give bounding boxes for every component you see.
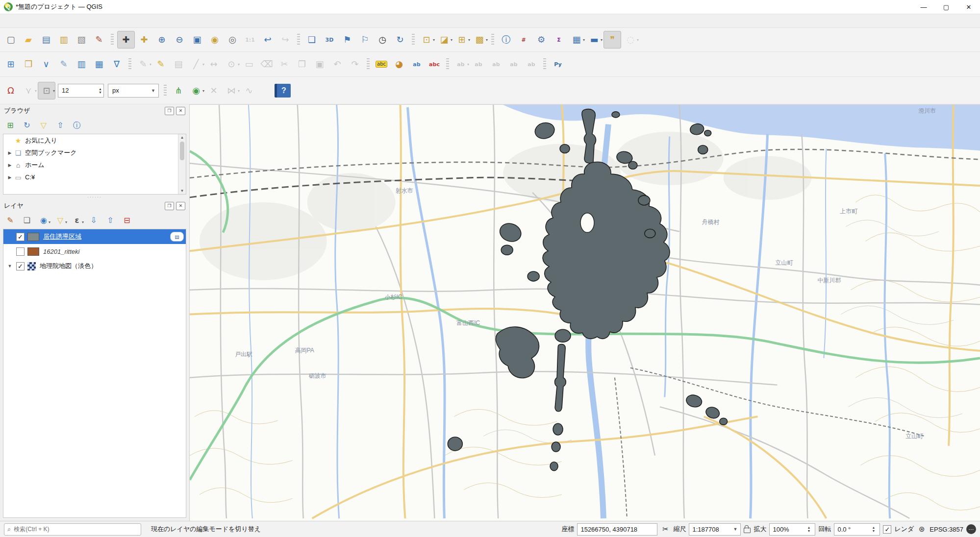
add-group-icon[interactable]: ❏ [20,214,34,227]
add-selected-layers-icon[interactable]: ⊞ [3,119,17,132]
browser-tree-item[interactable]: ▶ ⌂ ホーム [3,159,186,171]
messages-icon[interactable]: ⋯ [966,524,976,534]
menu-item[interactable] [14,19,25,23]
layout-manager-icon[interactable]: ▧ [73,31,90,48]
zoom-in-icon[interactable]: ⊕ [153,31,170,48]
processing-toolbox-icon[interactable]: ⚙ [533,31,550,48]
save-project-icon[interactable]: ▤ [38,31,54,48]
snapping-toggle-icon[interactable]: Ω [2,82,19,99]
new-project-icon[interactable]: ▢ [2,31,19,48]
style-manager-icon[interactable]: ✎ [91,31,107,48]
crs-globe-icon[interactable]: ⊛ [917,525,927,534]
locator-options-icon[interactable]: ◌▾ [622,31,639,48]
snapping-type-icon[interactable]: ⊡▾ [38,82,55,99]
layers-close-button[interactable]: ✕ [176,202,185,210]
coordinate-display-toggle-icon[interactable]: ✂ [660,525,670,534]
pan-to-selection-icon[interactable]: ✚ [136,31,152,48]
new-mesh-layer-icon[interactable]: ▦ [91,56,107,73]
pan-map-icon[interactable]: ✚ [117,31,135,49]
snap-intersection-icon[interactable]: ✕ [205,82,222,99]
new-spatialite-layer-icon[interactable]: ✎ [55,56,72,73]
browser-tree-item[interactable]: ▶ ▭ C:¥ [3,171,186,183]
search-input[interactable] [13,525,141,533]
properties-widget-icon[interactable]: ⓘ [70,119,84,132]
current-edits-icon[interactable]: ✎▾ [135,56,151,73]
copy-features-icon[interactable]: ❐ [294,56,310,73]
help-button[interactable]: ? [275,84,291,98]
show-hide-labels-icon[interactable]: ab▾ [452,56,469,73]
filter-expression-icon[interactable]: ε▾ [70,214,84,227]
toggle-editing-icon[interactable]: ✎ [152,56,169,73]
refresh-browser-icon[interactable]: ↻ [20,119,34,132]
rotation-spinbox[interactable]: 0.0 ° ▲▼ [834,523,880,536]
zoom-to-layer-icon[interactable]: ◎ [224,31,241,48]
menu-item[interactable] [100,19,111,23]
remove-layer-icon[interactable]: ⊟ [120,214,134,227]
filter-browser-icon[interactable]: ▽ [37,119,50,132]
menu-item[interactable] [111,19,122,23]
scale-combo[interactable]: 1:187708 ▼ [689,523,741,536]
topological-editing-icon[interactable]: ⋔ [170,82,187,99]
browser-tree-item[interactable]: ▶ ❏ 空間ブックマーク [3,146,186,159]
dock-splitter[interactable]: ······ [0,195,189,199]
map-canvas[interactable]: 射水市砺波市高岡PA小杉IC富山西IC舟橋村上市町立山町中新川郡立山町滑川市戸出… [190,104,980,521]
browser-tree-item[interactable]: ▶ ★ お気に入り [3,134,186,146]
paste-features-icon[interactable]: ▣ [311,56,328,73]
deselect-features-icon[interactable]: ◪▾ [436,31,452,48]
layer-expander-icon[interactable]: ▼ [6,264,13,268]
cut-features-icon[interactable]: ✂ [276,56,293,73]
layer-labeling-icon[interactable]: abc [373,56,390,73]
layer-row[interactable]: ▼ 居住誘導区域 ▤ [3,229,186,244]
new-geopackage-layer-icon[interactable]: ❒ [20,56,37,73]
zoom-native-icon[interactable]: 1:1 [242,31,258,48]
redo-icon[interactable]: ↷ [347,56,363,73]
open-attribute-table-icon[interactable]: ▦▾ [568,31,585,48]
layer-visibility-checkbox[interactable] [16,233,25,241]
move-label-icon[interactable]: ab [470,56,487,73]
refresh-map-icon[interactable]: ↻ [392,31,408,48]
show-bookmarks-icon[interactable]: ⚐ [356,31,373,48]
zoom-next-icon[interactable]: ↪ [277,31,294,48]
map-tips-icon[interactable]: ❞ [603,31,621,49]
vertex-tool-icon[interactable]: ⊙▾ [223,56,240,73]
digitize-segment-icon[interactable]: ╱▾ [188,56,204,73]
close-button[interactable]: ✕ [957,0,980,14]
maximize-button[interactable]: ▢ [935,0,957,14]
memory-layer-indicator-icon[interactable]: ▤ [170,232,184,242]
render-checkbox[interactable] [883,525,891,534]
temporal-controller-icon[interactable]: ◷ [374,31,391,48]
snapping-tolerance-spinbox[interactable]: ▲▼ [58,84,104,98]
browser-scrollbar[interactable]: ▲▼ [178,134,186,194]
menu-item[interactable] [3,19,14,23]
new-shapefile-layer-icon[interactable]: ∨ [38,56,54,73]
snapping-tolerance-input[interactable] [58,86,94,95]
show-statistics-icon[interactable]: Σ [551,31,567,48]
identify-features-icon[interactable]: ⓘ [498,31,514,48]
python-console-icon[interactable]: Py [550,56,566,73]
layer-visibility-checkbox[interactable] [16,247,25,256]
snapping-units-combo[interactable]: px ▼ [108,84,159,98]
select-features-icon[interactable]: ⊡▾ [418,31,435,48]
open-layer-styling-icon[interactable]: ✎ [3,214,17,227]
expand-all-icon[interactable]: ⇩ [87,214,101,227]
minimize-button[interactable]: — [912,0,935,14]
menu-item[interactable] [46,19,57,23]
menu-item[interactable] [25,19,35,23]
measure-icon[interactable]: ▬▾ [586,31,603,48]
layer-visibility-checkbox[interactable] [16,262,25,270]
browser-close-button[interactable]: ✕ [176,107,185,115]
layer-row[interactable]: ▼ 地理院地図（淡色） ▤ [3,259,186,273]
statistical-summary-icon[interactable]: # [515,31,532,48]
zoom-last-icon[interactable]: ↩ [259,31,276,48]
open-project-icon[interactable]: ▰ [20,31,37,48]
select-by-value-icon[interactable]: ⊞▾ [453,31,470,48]
menu-item[interactable] [35,19,46,23]
snapping-mode-icon[interactable]: ⋎▾ [20,82,37,99]
layer-row[interactable]: ▼ 16201_ritteki ▤ [3,244,186,259]
magnifier-spinbox[interactable]: 100% ▲▼ [769,523,815,536]
move-feature-icon[interactable]: ↔ [205,56,222,73]
new-temporary-scratch-layer-icon[interactable]: ▥ [73,56,90,73]
self-snapping-icon[interactable]: ∿ [241,82,257,99]
layers-float-button[interactable]: ❐ [165,202,174,210]
undo-icon[interactable]: ↶ [329,56,346,73]
